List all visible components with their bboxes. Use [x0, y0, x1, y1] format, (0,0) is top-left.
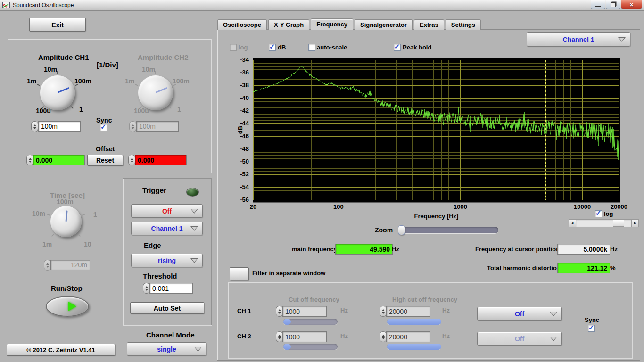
ch1-cutoff-spinner[interactable] — [276, 306, 283, 317]
chevron-down-icon — [190, 258, 198, 263]
ch2-cutoff-value[interactable]: 1000 — [282, 331, 327, 342]
amplitude-ch2-spinner — [129, 121, 136, 132]
tab-frequency[interactable]: Frequency — [311, 18, 353, 30]
auto-scale-checkbox[interactable] — [308, 44, 315, 51]
knob-face[interactable] — [138, 75, 173, 110]
exit-button[interactable]: Exit — [29, 18, 86, 32]
filter-sync-checkbox[interactable] — [588, 325, 595, 332]
ch2-high-cutoff-slider[interactable] — [387, 344, 441, 350]
chevron-down-icon — [618, 37, 626, 42]
title-bar[interactable]: Soundcard Oszilloscope × — [0, 0, 644, 11]
x-axis: 2010010001000020000 — [253, 203, 619, 211]
x-axis-tick-label: 20 — [250, 203, 256, 210]
time-knob[interactable]: 1m 10m 100m 1 10 — [28, 196, 104, 262]
threshold-spinner[interactable] — [143, 283, 150, 294]
tab-xy-graph[interactable]: X-Y Graph — [268, 19, 309, 30]
restore-button[interactable] — [606, 0, 620, 9]
ch1-high-cutoff-slider[interactable] — [387, 319, 441, 325]
amplitude-sync-checkbox[interactable] — [100, 124, 107, 131]
filter-window-button[interactable] — [230, 267, 249, 280]
offset-ch2-spinner[interactable] — [128, 155, 135, 165]
knob-tick-1: 1 — [79, 106, 83, 113]
thd-unit: % — [610, 264, 616, 272]
y-axis-tick-label: -40 — [240, 94, 249, 101]
zoom-label: Zoom — [375, 226, 393, 234]
ch1-cutoff-value[interactable]: 1000 — [282, 306, 327, 317]
threshold-value[interactable]: 0.001 — [149, 283, 193, 294]
zoom-slider-track[interactable] — [399, 227, 498, 233]
knob-tick-100m: 100m — [57, 198, 74, 206]
amplitude-ch1-knob[interactable]: 100u 1m 10m 100m 1 — [22, 64, 92, 125]
thd-value: 121.12 — [557, 263, 610, 273]
ch2-high-cutoff-unit: Hz — [442, 332, 450, 339]
amplitude-ch1-spinner[interactable] — [31, 121, 38, 132]
ch1-cutoff-unit: Hz — [340, 307, 348, 314]
auto-set-button[interactable]: Auto Set — [130, 302, 204, 314]
spectrum-plot[interactable] — [253, 60, 619, 200]
knob-tick-10m: 10m — [44, 66, 57, 73]
y-axis-tick-label: -50 — [240, 158, 249, 165]
x-axis-title: Frequency [Hz] — [414, 213, 459, 220]
peak-hold-label: Peak hold — [403, 44, 431, 51]
tab-signalgenerator[interactable]: Signalgenerator — [355, 19, 413, 30]
trigger-source-dropdown[interactable]: Channel 1 — [131, 222, 203, 235]
offset-reset-button[interactable]: Reset — [87, 155, 123, 166]
zoom-slider-handle[interactable] — [398, 225, 405, 235]
ch1-high-cutoff-spinner[interactable] — [380, 306, 387, 317]
offset-ch2-value[interactable]: 0.000 — [135, 155, 187, 165]
minimize-icon — [595, 6, 601, 7]
knob-face[interactable] — [40, 75, 75, 110]
cursor-frequency-value: 5.0000k — [557, 244, 610, 255]
knob-needle — [66, 210, 68, 222]
y-axis-tick-label: -48 — [240, 145, 249, 152]
scroll-right-icon[interactable]: ► — [631, 220, 638, 227]
ch1-filter-mode-dropdown[interactable]: Off — [477, 307, 562, 321]
trigger-edge-dropdown[interactable]: rising — [131, 254, 203, 267]
ch2-high-cutoff-spinner[interactable] — [380, 331, 387, 342]
trigger-mode-dropdown[interactable]: Off — [131, 204, 203, 218]
channel-select-dropdown[interactable]: Channel 1 — [527, 32, 630, 47]
knob-face[interactable] — [50, 206, 82, 237]
soundcard-oscilloscope-window: Soundcard Oszilloscope × Exit Amplitude … — [0, 0, 644, 362]
main-frequency-unit: Hz — [392, 246, 399, 253]
window-title: Soundcard Oszilloscope — [13, 2, 74, 8]
amplitude-ch1-value[interactable]: 100m — [38, 121, 81, 132]
trigger-led — [186, 188, 199, 197]
ch2-cutoff-slider[interactable] — [283, 344, 338, 350]
amplitude-ch2-knob[interactable]: 100u 1m 10m 100m 1 — [120, 64, 190, 125]
db-label: dB — [278, 44, 286, 51]
channel-mode-dropdown[interactable]: single — [127, 342, 206, 356]
chevron-down-icon — [194, 347, 202, 352]
main-frequency-value: 49.590 — [335, 244, 393, 255]
axis-log-label: log — [604, 210, 613, 217]
scrollbar-thumb[interactable] — [613, 220, 624, 227]
thd-label: Total harmonic distortion — [487, 264, 561, 272]
scroll-left-icon[interactable]: ◄ — [569, 220, 576, 227]
tab-extras[interactable]: Extras — [414, 19, 444, 30]
tab-settings[interactable]: Settings — [446, 19, 481, 30]
peak-hold-checkbox[interactable] — [394, 44, 401, 51]
offset-ch1-spinner[interactable] — [26, 155, 33, 165]
offset-ch1-value[interactable]: 0.000 — [33, 155, 85, 165]
y-axis-tick-label: -56 — [240, 196, 249, 203]
db-checkbox[interactable] — [269, 44, 276, 51]
chevron-down-icon — [550, 337, 557, 341]
run-stop-button[interactable] — [46, 296, 89, 317]
amplitude-ch1-title: Amplitude CH1 — [38, 53, 89, 61]
ch1-cutoff-slider[interactable] — [283, 319, 338, 325]
minimize-button[interactable] — [591, 0, 605, 9]
cursor-frequency-unit: Hz — [610, 246, 618, 253]
filter-sync-label: Sync — [585, 316, 599, 323]
ch1-high-cutoff-value[interactable]: 20000 — [386, 306, 430, 317]
close-button[interactable]: × — [621, 0, 642, 9]
y-axis-title: dB — [237, 126, 244, 134]
copyright-button[interactable]: © 2012 C. Zeitnitz V1.41 — [7, 344, 115, 356]
graph-scrollbar[interactable]: ◄ ► — [569, 219, 639, 227]
ch2-cutoff-spinner[interactable] — [276, 331, 283, 342]
tab-oscilloscope[interactable]: Oscilloscope — [217, 19, 267, 30]
ch2-high-cutoff-value[interactable]: 20000 — [386, 331, 430, 342]
log-scale-label: log — [239, 44, 248, 51]
axis-log-checkbox[interactable] — [595, 210, 602, 217]
app-icon — [2, 2, 10, 8]
knob-tick-100u: 100u — [36, 107, 51, 115]
